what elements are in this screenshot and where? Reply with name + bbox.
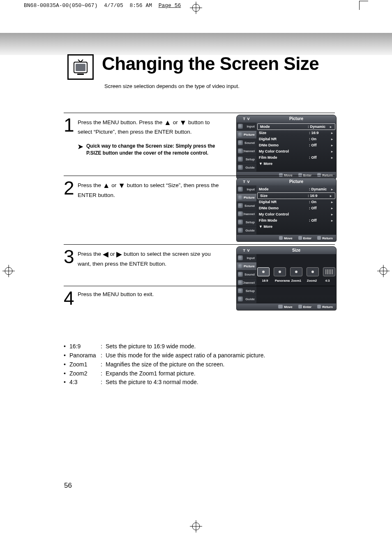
step-2: 2 Press the ▲ or ▼ button to select “Siz… bbox=[64, 176, 335, 207]
size-option-panorama bbox=[274, 267, 286, 276]
step-1: 1 Press the MENU button. Press the ▲ or … bbox=[64, 113, 335, 157]
osd-main: Mode: Dynamic▸ Size: 16:9▸ Digital NR: O… bbox=[256, 123, 336, 172]
step-number: 3 bbox=[64, 247, 78, 276]
page-title: Changing the Screen Size bbox=[102, 53, 319, 74]
page-number: 56 bbox=[64, 482, 72, 490]
size-option-zoom2 bbox=[307, 267, 319, 276]
step-text: Press the MENU button. Press the ▲ or ▼ … bbox=[78, 116, 221, 157]
tv-icon bbox=[67, 54, 94, 80]
size-option-16-9 bbox=[257, 267, 270, 276]
step-4: 4 Press the MENU button to exit. bbox=[64, 286, 335, 317]
registration-mark-icon bbox=[190, 520, 202, 533]
step-3: 3 Press the ◀ or ▶ button to select the … bbox=[64, 244, 335, 276]
down-arrow-icon: ▼ bbox=[118, 181, 125, 190]
step-text: Press the MENU button to exit. bbox=[78, 289, 221, 317]
mode-descriptions: •16:9:Sets the picture to 16:9 wide mode… bbox=[64, 342, 335, 387]
down-arrow-icon: ▼ bbox=[179, 118, 187, 127]
registration-mark-icon bbox=[2, 265, 15, 277]
page-subtitle: Screen size selection depends on the typ… bbox=[104, 83, 240, 89]
step-number: 2 bbox=[64, 178, 78, 207]
header-gradient bbox=[0, 33, 392, 55]
svg-rect-14 bbox=[77, 74, 84, 75]
step-number: 1 bbox=[64, 116, 78, 157]
left-arrow-icon: ◀ bbox=[103, 250, 108, 258]
step-text: Press the ▲ or ▼ button to select “Size”… bbox=[78, 178, 221, 207]
registration-mark-icon bbox=[190, 2, 202, 14]
osd-screenshot-2: T VPicture Input Picture Sound Channel S… bbox=[236, 178, 337, 242]
svg-rect-13 bbox=[76, 64, 85, 71]
print-header: BN68-00835A-00(050~067) 4/7/05 8:56 AM P… bbox=[24, 2, 181, 9]
osd-screenshot-1: T VPicture Input Picture Sound Channel S… bbox=[236, 115, 337, 179]
registration-mark-icon bbox=[377, 265, 390, 277]
tip: ➤ Quick way to change the Screen size: S… bbox=[78, 143, 221, 157]
tip-arrow-icon: ➤ bbox=[78, 143, 83, 157]
osd-sidebar: Input Picture Sound Channel Setup Guide bbox=[237, 123, 256, 172]
size-option-4-3 bbox=[323, 267, 335, 276]
size-option-zoom1 bbox=[290, 267, 302, 276]
step-number: 4 bbox=[64, 289, 78, 317]
up-arrow-icon: ▲ bbox=[103, 181, 110, 190]
up-arrow-icon: ▲ bbox=[164, 118, 171, 127]
step-text: Press the ◀ or ▶ button to select the sc… bbox=[78, 247, 221, 276]
right-arrow-icon: ▶ bbox=[116, 250, 122, 258]
crop-mark-icon bbox=[359, 1, 368, 10]
